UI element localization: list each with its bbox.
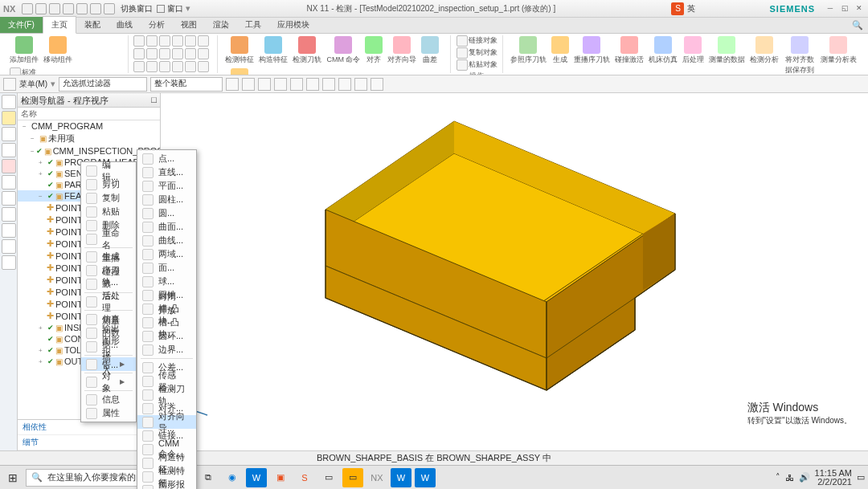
link-obj-icon[interactable] (457, 35, 468, 47)
restore-button[interactable]: ◱ (839, 4, 850, 14)
insp-feature-button[interactable]: 检测特征 (223, 35, 256, 66)
cmm-cmd-button[interactable]: CMM 命令 (325, 35, 362, 66)
deviation-button[interactable]: 曲差 (420, 35, 440, 66)
rail-constraint-icon[interactable] (2, 143, 16, 157)
menu-item[interactable]: 属性 (81, 406, 136, 420)
sm-icon[interactable] (198, 48, 209, 59)
graphics-canvas[interactable]: 激活 Windows 转到"设置"以激活 Windows。 (161, 93, 868, 450)
qat-switch-window[interactable]: 切换窗口 (121, 3, 153, 14)
menu-item[interactable]: 粘贴 (81, 205, 136, 218)
sm-icon[interactable] (198, 35, 209, 47)
generate-button[interactable]: 生成 (550, 35, 571, 66)
tab-view[interactable]: 视图 (173, 17, 205, 33)
opt-tool-8[interactable] (338, 78, 351, 91)
menu-item[interactable]: 复制 (81, 191, 136, 205)
task-ppt-icon[interactable]: ▣ (270, 468, 291, 487)
sm-icon[interactable] (172, 48, 183, 59)
menu-item[interactable]: 检测刀轨... (137, 388, 196, 401)
menu-item[interactable]: 开放槽-凸块... (137, 316, 196, 329)
menu-item[interactable]: 对齐向导... (137, 415, 196, 429)
qat-new-icon[interactable] (22, 3, 33, 14)
opt-tool-10[interactable] (371, 78, 383, 91)
sm-icon[interactable] (133, 61, 145, 72)
tab-home[interactable]: 主页 (43, 16, 76, 34)
context-menu-insert[interactable]: 点...直线...平面...圆柱...圆...曲面...曲线...两域...面.… (137, 149, 197, 489)
rail-ie-icon[interactable] (2, 207, 16, 222)
tray-vol-icon[interactable]: 🔊 (799, 472, 810, 483)
tree-unused[interactable]: −▣未用项 (18, 132, 160, 145)
menu-item[interactable]: 信息 (81, 393, 136, 406)
sm-icon[interactable] (146, 48, 158, 59)
ime-opt5-icon[interactable] (750, 4, 760, 14)
ime-opt3-icon[interactable] (724, 4, 734, 14)
menu-item[interactable]: 重命名 (81, 232, 136, 246)
copy-obj-icon[interactable] (457, 47, 468, 59)
move-component-button[interactable]: 移动组件 (42, 35, 74, 66)
opt-tool-5[interactable] (290, 78, 303, 91)
opt-tool-6[interactable] (306, 78, 319, 91)
opt-tool-9[interactable] (354, 78, 367, 91)
rail-reuse-icon[interactable] (2, 159, 16, 173)
insp-analysis-button[interactable]: 检测分析 (748, 35, 780, 66)
tab-curve[interactable]: 曲线 (108, 17, 141, 33)
sm-icon[interactable] (159, 61, 170, 72)
ime-label[interactable]: 英 (687, 3, 695, 14)
menu-item[interactable]: 边界... (137, 343, 196, 357)
search-command-icon[interactable]: 🔍 (847, 18, 868, 33)
task-sogou-icon[interactable]: S (294, 468, 315, 487)
menu-item[interactable]: 插入▶ (81, 357, 136, 371)
tray-net-icon[interactable]: 🖧 (785, 473, 794, 483)
close-button[interactable]: ✕ (854, 4, 865, 14)
insp-path-button[interactable]: 检测刀轨 (291, 35, 323, 66)
opt-tool-3[interactable] (258, 78, 271, 91)
menu-item[interactable]: 曲线... (137, 234, 196, 247)
sogou-ime-icon[interactable]: S (671, 2, 684, 15)
scope-select[interactable]: 整个装配 (150, 77, 223, 92)
sm-icon[interactable] (159, 48, 170, 59)
menu-item[interactable]: 圆... (137, 206, 196, 220)
menu-item[interactable]: 两域... (137, 247, 196, 261)
qat-redo-icon[interactable] (76, 3, 88, 14)
qat-copy-icon[interactable] (104, 3, 115, 14)
tab-tools[interactable]: 工具 (237, 17, 269, 33)
rail-msr-icon[interactable] (2, 255, 16, 270)
sm-icon[interactable] (133, 35, 145, 47)
meas-data-button[interactable]: 测量的数据 (707, 35, 747, 66)
file-menu[interactable]: 文件(F) (0, 17, 43, 33)
opt-icon[interactable] (3, 78, 16, 91)
tray-notif-icon[interactable]: ▭ (857, 472, 865, 483)
ime-opt1-icon[interactable] (698, 4, 708, 14)
add-component-button[interactable]: 添加组件 (8, 35, 40, 66)
menu-item[interactable]: 后处理 (81, 295, 136, 308)
tab-assembly[interactable]: 装配 (76, 17, 108, 33)
menu-item[interactable]: 对象▶ (81, 375, 136, 389)
task-folder-icon[interactable]: ▭ (342, 468, 363, 487)
menu-item[interactable]: 编辑... (81, 164, 136, 177)
context-menu-primary[interactable]: 编辑...剪切复制粘贴删除重命名生成重播序刀轨...碰撞激活...后处理仿真测量… (80, 161, 137, 422)
task-nx-icon[interactable]: NX (366, 468, 387, 487)
qat-undo-icon[interactable] (63, 3, 74, 14)
opt-tool-2[interactable] (242, 78, 255, 91)
task-word2-icon[interactable]: W (391, 468, 411, 487)
paste-obj-icon[interactable] (457, 59, 468, 71)
mtool-sim-button[interactable]: 机床仿真 (647, 35, 679, 66)
construct-feature-button[interactable]: 构造特征 (257, 35, 289, 66)
task-word-icon[interactable]: W (246, 468, 267, 487)
menu-item[interactable]: 曲面... (137, 220, 196, 234)
graph-report-button[interactable]: 图形报告 (223, 67, 256, 75)
postprocess-button[interactable]: 后处理 (681, 35, 706, 66)
qat-open-icon[interactable] (35, 3, 47, 14)
task-explorer-icon[interactable]: ▭ (318, 468, 339, 487)
menu-item[interactable]: 圆环... (137, 329, 196, 343)
rail-nav-icon[interactable] (2, 95, 16, 109)
filter-select[interactable]: 允选抓过滤器 (59, 77, 147, 92)
opt-tool-4[interactable] (274, 78, 287, 91)
tab-apps[interactable]: 应用模块 (269, 17, 317, 33)
tray-chevron-icon[interactable]: ˄ (776, 472, 780, 483)
start-button[interactable]: ⊞ (3, 468, 23, 487)
sm-icon[interactable] (172, 61, 183, 72)
menu-item[interactable]: 输出图形报告... (81, 340, 136, 353)
rail-help-icon[interactable] (2, 223, 16, 238)
rail-part-icon[interactable] (2, 111, 16, 125)
align-wizard-button[interactable]: 对齐向导 (386, 35, 418, 66)
